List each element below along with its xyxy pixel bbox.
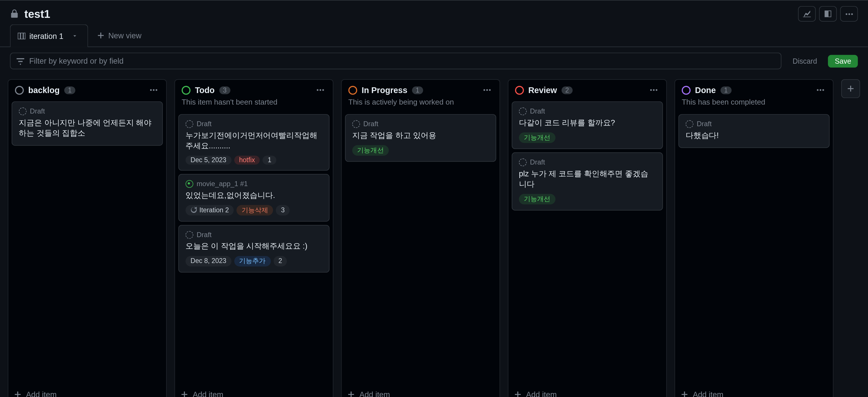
card-type: movie_app_1 #1 (197, 180, 248, 188)
add-item-label: Add item (693, 390, 723, 397)
card[interactable]: Draftplz 누가 제 코드를 확인해주면 좋겠습니다기능개선 (512, 152, 663, 210)
add-item-button[interactable]: Add item (175, 386, 333, 397)
status-circle-icon (682, 86, 691, 94)
card[interactable]: movie_app_1 #1있었는데요,없어졌습니다.Iteration 2기능… (178, 174, 330, 221)
plus-icon (514, 391, 522, 397)
card-title: 다했습다! (686, 130, 823, 141)
column-menu[interactable] (314, 87, 326, 93)
pill: Dec 5, 2023 (185, 156, 231, 164)
card[interactable]: Draft오늘은 이 작업을 시작해주세요요 :)Dec 8, 2023기능추가… (178, 225, 330, 272)
status-circle-icon (15, 86, 24, 94)
add-item-button[interactable]: Add item (508, 386, 666, 397)
column-desc: This has been completed (675, 98, 833, 111)
new-view-label: New view (108, 31, 142, 40)
draft-icon (185, 120, 193, 128)
column-count: 1 (412, 86, 423, 94)
plus-icon (14, 391, 22, 397)
card-type: Draft (30, 108, 45, 115)
column-count: 3 (219, 86, 231, 94)
plus-icon (847, 85, 855, 92)
save-button[interactable]: Save (828, 55, 858, 67)
add-item-label: Add item (26, 390, 57, 397)
pill: hotfix (234, 156, 260, 164)
filter-input[interactable] (29, 57, 775, 65)
filter-box[interactable] (10, 53, 782, 69)
column-done: Done1This has been completedDraft다했습다!Ad… (675, 79, 833, 397)
card-title: 지금 작업을 하고 있어용 (352, 130, 489, 141)
pill: 기능개선 (519, 193, 556, 204)
column-menu[interactable] (815, 87, 826, 93)
panel-button[interactable] (819, 6, 837, 22)
add-column-button[interactable] (841, 79, 860, 98)
card-title: 있었는데요,없어졌습니다. (185, 190, 322, 200)
pill: 1 (262, 156, 276, 164)
tab-dropdown[interactable] (69, 29, 81, 43)
more-button[interactable] (840, 6, 858, 22)
card[interactable]: Draft누가보기전에이거먼저어여빨리작업해주세요..........Dec 5… (178, 114, 330, 171)
discard-button[interactable]: Discard (786, 55, 824, 67)
status-circle-icon (515, 86, 524, 94)
column-count: 2 (561, 86, 573, 94)
draft-icon (519, 108, 527, 115)
iteration-icon (191, 207, 197, 213)
kebab-icon (843, 11, 855, 17)
card-type: Draft (530, 108, 545, 115)
issue-open-icon (185, 180, 193, 188)
card-title: plz 누가 제 코드를 확인해주면 좋겠습니다 (519, 168, 656, 189)
column-menu[interactable] (481, 87, 493, 93)
pill: 3 (276, 205, 289, 215)
plus-icon (97, 31, 105, 39)
column-todo: Todo3This item hasn't been startedDraft누… (175, 79, 334, 397)
status-circle-icon (182, 86, 191, 94)
draft-icon (185, 231, 193, 239)
filter-icon (16, 57, 25, 65)
card-type: Draft (197, 120, 212, 128)
add-item-label: Add item (193, 390, 223, 397)
add-item-label: Add item (526, 390, 557, 397)
column-name: Done (695, 85, 716, 95)
page-title: test1 (25, 7, 51, 20)
column-count: 1 (720, 86, 732, 94)
card[interactable]: Draft다같이 코드 리뷰를 할까요?기능개선 (512, 101, 663, 149)
tab-label: iteration 1 (29, 32, 63, 41)
card-title: 다같이 코드 리뷰를 할까요? (519, 118, 656, 128)
card[interactable]: Draft지금은 아니지만 나중에 언제든지 해야하는 것들의 집합소 (11, 101, 163, 146)
add-item-label: Add item (360, 390, 390, 397)
card-type: Draft (197, 231, 212, 239)
draft-icon (19, 108, 27, 115)
plus-icon (181, 391, 188, 397)
insights-button[interactable] (798, 6, 816, 22)
column-backlog: backlog1Draft지금은 아니지만 나중에 언제든지 해야하는 것들의 … (8, 79, 167, 397)
pill: 기능삭제 (237, 205, 273, 215)
card-type: Draft (696, 120, 712, 128)
column-desc: This is actively being worked on (342, 98, 499, 111)
plus-icon (681, 391, 688, 397)
card-title: 지금은 아니지만 나중에 언제든지 해야하는 것들의 집합소 (19, 118, 156, 139)
new-view-button[interactable]: New view (90, 26, 148, 44)
pill: 기능개선 (352, 145, 389, 156)
pill: Dec 8, 2023 (185, 256, 231, 267)
card-type: Draft (363, 120, 378, 128)
card-title: 누가보기전에이거먼저어여빨리작업해주세요.......... (185, 130, 322, 151)
board-icon (17, 32, 26, 41)
card[interactable]: Draft다했습다! (679, 114, 830, 148)
pill: 2 (273, 256, 287, 267)
add-item-button[interactable]: Add item (8, 386, 166, 397)
chevron-down-icon (72, 33, 78, 39)
column-desc: This item hasn't been started (175, 98, 333, 111)
pill: 기능추가 (234, 256, 271, 267)
add-item-button[interactable]: Add item (342, 386, 499, 397)
column-name: Todo (195, 85, 215, 95)
card-type: Draft (530, 158, 545, 166)
pill: Iteration 2 (185, 205, 234, 215)
column-name: backlog (28, 85, 60, 95)
add-item-button[interactable]: Add item (675, 386, 833, 397)
card-title: 오늘은 이 작업을 시작해주세요요 :) (185, 241, 322, 251)
column-menu[interactable] (648, 87, 659, 93)
column-menu[interactable] (148, 87, 159, 93)
pill: 기능개선 (519, 132, 556, 143)
draft-icon (519, 158, 527, 166)
tab-iteration-1[interactable]: iteration 1 (10, 25, 88, 47)
plus-icon (347, 391, 355, 397)
card[interactable]: Draft지금 작업을 하고 있어용기능개선 (345, 114, 496, 162)
